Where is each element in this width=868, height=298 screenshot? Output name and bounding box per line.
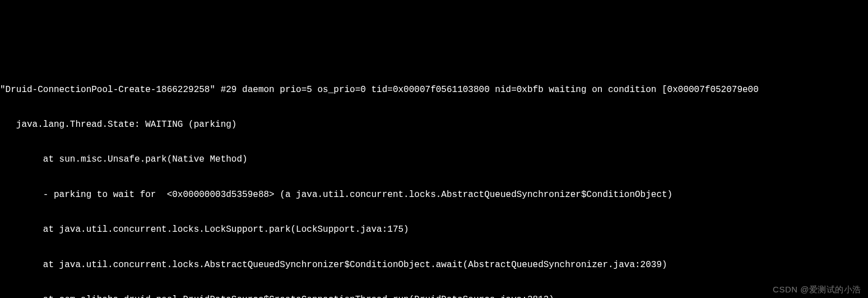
dump-line: at sun.misc.Unsafe.park(Native Method)	[0, 154, 868, 166]
dump-line: at java.util.concurrent.locks.AbstractQu…	[0, 259, 868, 271]
csdn-watermark: CSDN @爱测试的小浩	[773, 284, 861, 295]
dump-line: "Druid-ConnectionPool-Create-1866229258"…	[0, 84, 868, 96]
dump-line: - parking to wait for <0x00000003d5359e8…	[0, 189, 868, 201]
dump-line: at com.alibaba.druid.pool.DruidDataSourc…	[0, 294, 868, 298]
dump-line: java.lang.Thread.State: WAITING (parking…	[0, 119, 868, 131]
thread-dump-output: "Druid-ConnectionPool-Create-1866229258"…	[0, 58, 868, 298]
dump-line: at java.util.concurrent.locks.LockSuppor…	[0, 224, 868, 236]
